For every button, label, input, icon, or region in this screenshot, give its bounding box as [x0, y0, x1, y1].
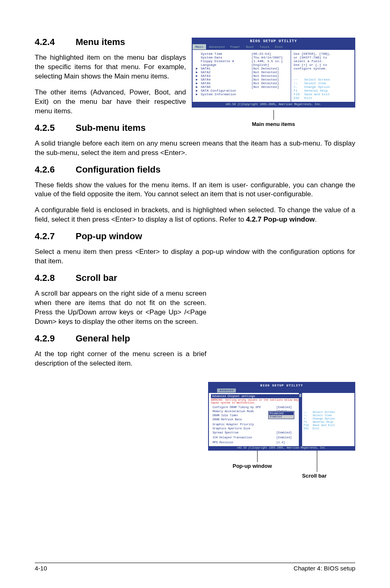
heading-title: Configuration fields: [76, 164, 161, 175]
popup-window[interactable]: Disabled Enabled: [268, 411, 294, 419]
nav-hint: ↑↓Select Item: [294, 81, 352, 85]
nav-hint: ←→Select Screen: [294, 78, 352, 81]
popup-option[interactable]: Disabled: [269, 412, 294, 415]
bios-window-2: BIOS SETUP UTILITY Advanced Advanced Chi…: [208, 382, 355, 451]
heading-num: 4.2.6: [35, 164, 76, 175]
page-number: 4-10: [35, 565, 47, 572]
heading-427: 4.2.7Pop-up window: [35, 231, 355, 242]
nav-hint: ESCExit: [304, 427, 353, 430]
heading-426: 4.2.6Configuration fields: [35, 164, 355, 175]
pane-header: Advanced Chipset settings: [211, 394, 300, 398]
nav-hint: ←→Select Screen: [304, 411, 353, 414]
bios-menu-row[interactable]: Graphic Adapter Priority: [212, 423, 293, 426]
bios-menu-row[interactable]: ▶SATA2[Not Detected]: [195, 70, 288, 74]
bios-menu-row[interactable]: ▶SATA6[Not Detected]: [195, 85, 288, 89]
bios-window-1: BIOS SETUP UTILITY MainAdvancedPowerBoot…: [192, 38, 355, 108]
chapter-label: Chapter 4: BIOS setup: [294, 565, 355, 572]
tab-advanced[interactable]: Advanced: [206, 44, 227, 49]
bios-menu-row[interactable]: Language[English]: [195, 63, 288, 67]
bios-menu-row[interactable]: ▶SATA Configuration: [195, 89, 288, 92]
heading-title: Scroll bar: [76, 273, 117, 283]
para-424-2: The other items (Advanced, Power, Boot, …: [35, 88, 186, 116]
para-425-1: A solid triangle before each item on any…: [35, 139, 355, 158]
bios-left-pane: System Time[06:22:54]System Date[Thu 04/…: [193, 50, 291, 102]
page: 4.2.4Menu items The highlighted item on …: [0, 0, 390, 588]
bios-help-pane: ←→Select Screen↑↓Select Item+-Change Opt…: [302, 393, 354, 446]
help-text: Use [+] or [-] to: [294, 63, 352, 67]
heading-num: 4.2.4: [35, 37, 76, 47]
bios-menu-row[interactable]: ICH Delayed Transaction[Enabled]: [212, 436, 293, 439]
bios-menu-row[interactable]: System Time[06:22:54]: [195, 52, 288, 56]
bios-menu-row[interactable]: ▶SATA4[Not Detected]: [195, 78, 288, 81]
nav-hint: +-Change Option: [294, 85, 352, 89]
tab-power[interactable]: Power: [228, 44, 243, 49]
help-text: Use [ENTER], [TAB],: [294, 52, 352, 56]
nav-hint: ESCExit: [294, 96, 352, 100]
nav-hint: F10Save and Exit: [304, 424, 353, 427]
para-426-2: A configurable field is enclosed in brac…: [35, 206, 355, 224]
figure-callouts: Pop-up window Scroll bar: [208, 451, 355, 479]
bios-help-pane: Use [ENTER], [TAB],or [SHIFT-TAB] tosele…: [291, 50, 354, 102]
para-426-bold: 4.2.7 Pop-up window: [246, 215, 315, 223]
para-427-1: Select a menu item then press <Enter> to…: [35, 247, 355, 266]
heading-title: Pop-up window: [76, 231, 142, 241]
bios-menu-row[interactable]: ▶System Information: [195, 92, 288, 96]
heading-num: 4.2.9: [35, 333, 76, 344]
heading-428: 4.2.8Scroll bar: [35, 273, 355, 283]
tab-main[interactable]: Main: [193, 44, 206, 49]
bios-menu-row[interactable]: MPS Revision[1.4]: [212, 441, 293, 444]
bios-footer: v02.58 (C)Copyright 1985-2005, American …: [193, 102, 354, 107]
bios-title: BIOS SETUP UTILITY: [193, 38, 354, 44]
heading-title: Sub-menu items: [76, 123, 146, 133]
callout-line-icon: [317, 451, 317, 472]
caption-popup: Pop-up window: [233, 463, 272, 469]
popup-option[interactable]: Enabled: [269, 415, 294, 418]
heading-title: General help: [76, 333, 130, 343]
para-429-1: At the top right corner of the menu scre…: [35, 350, 206, 368]
bios-left-pane: Advanced Chipset settings WARNING: Setti…: [209, 393, 302, 446]
bios-menu-row[interactable]: ▶SATA5[Not Detected]: [195, 81, 288, 85]
bios-menu-row[interactable]: ▶SATA3[Not Detected]: [195, 74, 288, 78]
scroll-thumb[interactable]: [299, 394, 301, 397]
callout-line-icon: [257, 451, 258, 462]
tab-advanced[interactable]: Advanced: [217, 388, 236, 393]
para-424-1: The highlighted item on the menu bar dis…: [35, 53, 186, 81]
heading-429: 4.2.9General help: [35, 333, 355, 344]
heading-num: 4.2.8: [35, 273, 76, 283]
scroll-bar[interactable]: [299, 393, 302, 446]
figure-main-menu: BIOS SETUP UTILITY MainAdvancedPowerBoot…: [192, 38, 355, 127]
help-text: or [SHIFT-TAB] to: [294, 56, 352, 59]
para-426-1: These fields show the values for the men…: [35, 181, 355, 200]
bios-menu-row[interactable]: ▶SATA1[Not Detected]: [195, 67, 288, 70]
bios-menu-row[interactable]: Floppy Diskette A[1.44M, 3.5 in.]: [195, 59, 288, 63]
heading-num: 4.2.7: [35, 231, 76, 242]
tab-tools[interactable]: Tools: [257, 44, 272, 49]
help-text: select a field.: [294, 59, 352, 63]
bios-footer: v02.58 (C)Copyright 1985-2005, American …: [209, 446, 354, 450]
bios-title: BIOS SETUP UTILITY: [209, 383, 354, 388]
heading-num: 4.2.5: [35, 123, 76, 133]
figure-caption: Main menu items: [192, 121, 355, 127]
para-426-2b: .: [315, 215, 317, 223]
bios-tabs: MainAdvancedPowerBootToolsExit: [193, 44, 354, 49]
para-428-1: A scroll bar appears on the right side o…: [35, 289, 206, 327]
nav-hint: F10Save and Exit: [294, 92, 352, 96]
bios-menu-row[interactable]: System Date[Thu 04/14/2007]: [195, 56, 288, 59]
nav-hint: +-Change Option: [304, 417, 353, 420]
warning-text: WARNING: Setting wrong values in the sec…: [211, 398, 300, 405]
heading-title: Menu items: [76, 37, 125, 47]
help-text: configure system.: [294, 67, 352, 70]
callout-line-icon: [273, 110, 274, 120]
bios-menu-row[interactable]: Spread Spectrum[Enabled]: [212, 431, 293, 434]
caption-scroll: Scroll bar: [302, 473, 327, 479]
tab-boot[interactable]: Boot: [243, 44, 257, 49]
bios-menu-row[interactable]: Configure DRAM Timing by SPD[Enabled]: [212, 406, 293, 409]
bios-menu-row[interactable]: Graphics Aperture Size: [212, 427, 293, 430]
nav-hint: F1General Help: [304, 420, 353, 424]
nav-hint: ↑↓Select Item: [304, 414, 353, 417]
nav-hint: F1General Help: [294, 89, 352, 92]
page-footer: 4-10 Chapter 4: BIOS setup: [35, 563, 355, 572]
figure-popup-scroll: BIOS SETUP UTILITY Advanced Advanced Chi…: [208, 382, 355, 479]
tab-exit[interactable]: Exit: [272, 44, 286, 49]
